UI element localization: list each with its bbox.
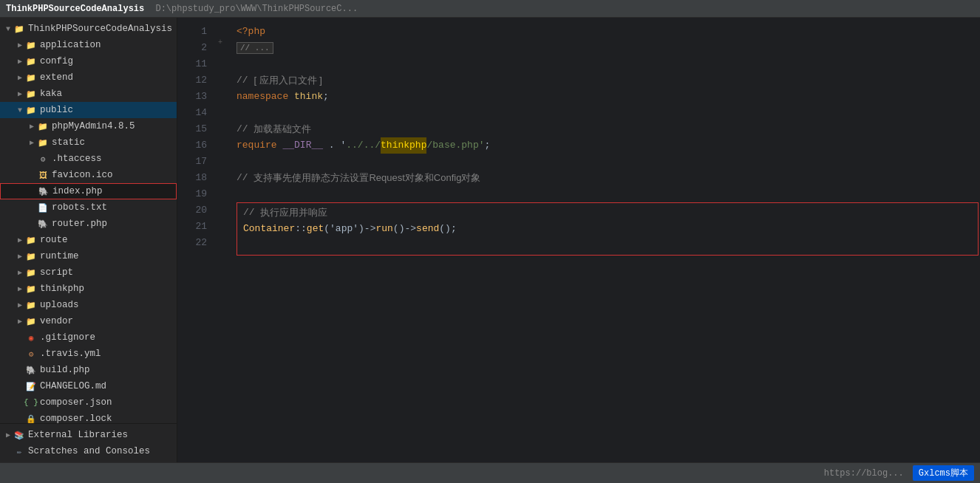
bottom-url: https://blog... (824, 468, 904, 479)
tree-item-kaka[interactable]: ▶📁kaka (0, 86, 177, 102)
tree-label-extend: extend (40, 72, 73, 83)
code-content[interactable]: <?php// ...// [ 应用入口文件 ]namespace think;… (228, 18, 980, 462)
line-number-2: 2 (177, 40, 207, 56)
tree-item-root[interactable]: ▼📁ThinkPHPSourceCodeAnalysis (0, 21, 177, 37)
fold-marker[interactable]: // ... (237, 42, 273, 54)
file-icon-public: 📁 (25, 104, 37, 116)
bottom-item-external-libs[interactable]: ▶📚External Libraries (0, 427, 177, 443)
file-icon-favicon: 🖼 (37, 169, 49, 181)
tree-arrow-config[interactable]: ▶ (15, 57, 25, 66)
tree-arrow-static[interactable]: ▶ (27, 138, 37, 147)
tree-item-travis[interactable]: ⚙.travis.yml (0, 346, 177, 362)
tree-item-script[interactable]: ▶📁script (0, 264, 177, 281)
file-tree[interactable]: ▼📁ThinkPHPSourceCodeAnalysis▶📁applicatio… (0, 18, 177, 423)
project-name: ThinkPHPSourceCodeAnalysis (6, 4, 144, 14)
code-line-20: // 执行应用并响应 (237, 205, 978, 221)
tree-arrow-script[interactable]: ▶ (15, 268, 25, 277)
tree-item-gitignore[interactable]: ◉.gitignore (0, 329, 177, 346)
tree-label-router: router.php (52, 219, 107, 229)
tree-item-vendor[interactable]: ▶📁vendor (0, 313, 177, 329)
tree-item-index-php[interactable]: 🐘index.php (0, 183, 177, 199)
token: // (237, 121, 253, 137)
tree-item-config[interactable]: ▶📁config (0, 53, 177, 69)
tree-item-router[interactable]: 🐘router.php (0, 216, 177, 232)
tree-item-htaccess[interactable]: ⚙.htaccess (0, 151, 177, 167)
bottom-icon-scratches: ✏ (13, 445, 25, 457)
tree-item-uploads[interactable]: ▶📁uploads (0, 297, 177, 313)
code-line-11 (237, 56, 980, 72)
tree-item-route[interactable]: ▶📁route (0, 232, 177, 248)
token: 加载基础文件 (253, 121, 311, 137)
tree-arrow-extend[interactable]: ▶ (15, 73, 25, 82)
code-line-14 (237, 105, 980, 121)
tree-label-composerlock: composer.lock (40, 414, 112, 423)
line-numbers: 12111213141516171819202122 (177, 18, 213, 462)
gutter-18 (213, 164, 228, 180)
tree-item-runtime[interactable]: ▶📁runtime (0, 248, 177, 264)
code-line-16: require __DIR__ . '../../thinkphp/base.p… (237, 137, 980, 154)
file-icon-static: 📁 (37, 137, 49, 148)
file-icon-robots: 📄 (37, 202, 49, 213)
token: // (237, 170, 253, 186)
tree-arrow-uploads[interactable]: ▶ (15, 301, 25, 309)
tree-label-route: route (40, 235, 68, 245)
tree-arrow-runtime[interactable]: ▶ (15, 252, 25, 261)
tree-item-buildphp[interactable]: 🐘build.php (0, 362, 177, 378)
token: think (294, 89, 323, 105)
token: ; (485, 137, 491, 154)
tree-item-phpmyadmin[interactable]: ▶📁phpMyAdmin4.8.5 (0, 118, 177, 134)
file-icon-kaka: 📁 (25, 88, 37, 100)
token: /base.php' (426, 137, 484, 154)
line-number-22: 22 (177, 235, 207, 251)
tree-arrow-phpmyadmin[interactable]: ▶ (27, 122, 37, 131)
bottom-label-external-libs: External Libraries (28, 430, 128, 440)
tree-arrow-route[interactable]: ▶ (15, 236, 25, 244)
tree-arrow-thinkphp[interactable]: ▶ (15, 284, 25, 293)
file-icon-travis: ⚙ (25, 348, 37, 360)
code-line-15: // 加载基础文件 (237, 121, 980, 137)
tree-item-robots[interactable]: 📄robots.txt (0, 199, 177, 216)
tree-arrow-vendor[interactable]: ▶ (15, 317, 25, 326)
token: 支持事先使用静态方法设置Request对象和Config对象 (253, 170, 480, 186)
tree-label-static: static (52, 137, 85, 148)
tree-item-favicon[interactable]: 🖼favicon.ico (0, 167, 177, 183)
tree-arrow-application[interactable]: ▶ (15, 41, 25, 49)
tree-item-public[interactable]: ▼📁public (0, 102, 177, 118)
token: ()-> (393, 221, 416, 237)
title-bar-text: ThinkPHPSourceCodeAnalysis D:\phpstudy_p… (6, 4, 358, 14)
file-icon-application: 📁 (25, 39, 37, 51)
tree-item-changelog[interactable]: 📝CHANGELOG.md (0, 378, 177, 394)
line-number-16: 16 (177, 137, 207, 154)
tree-label-gitignore: .gitignore (40, 332, 95, 343)
line-number-19: 19 (177, 186, 207, 202)
tree-arrow-root[interactable]: ▼ (3, 25, 13, 33)
token: require (237, 137, 282, 154)
code-line-12: // [ 应用入口文件 ] (237, 72, 980, 89)
tree-item-composerlock[interactable]: 🔒composer.lock (0, 411, 177, 423)
code-line-2: // ... (237, 40, 980, 56)
file-icon-composerlock: 🔒 (25, 413, 37, 423)
line-number-13: 13 (177, 89, 207, 105)
project-path: D:\phpstudy_pro\WWW\ThinkPHPSourceC... (155, 4, 358, 14)
file-icon-gitignore: ◉ (25, 332, 37, 343)
tree-item-application[interactable]: ▶📁application (0, 37, 177, 53)
code-line-17 (237, 154, 980, 170)
tree-label-public: public (40, 105, 73, 115)
tree-item-thinkphp[interactable]: ▶📁thinkphp (0, 281, 177, 297)
tree-item-extend[interactable]: ▶📁extend (0, 69, 177, 86)
bottom-arrow-external-libs[interactable]: ▶ (3, 431, 13, 439)
tree-label-phpmyadmin: phpMyAdmin4.8.5 (52, 121, 135, 131)
tree-item-static[interactable]: ▶📁static (0, 134, 177, 151)
tree-arrow-kaka[interactable]: ▶ (15, 89, 25, 98)
bottom-item-scratches[interactable]: ✏Scratches and Consoles (0, 443, 177, 459)
token: namespace (237, 89, 294, 105)
tree-arrow-public[interactable]: ▼ (15, 106, 25, 114)
gutter-2[interactable]: + (213, 34, 228, 50)
line-number-18: 18 (177, 170, 207, 186)
tree-label-uploads: uploads (40, 300, 79, 310)
code-line-22 (237, 237, 978, 253)
token: 执行应用并响应 (260, 205, 327, 221)
file-icon-buildphp: 🐘 (25, 364, 37, 376)
tree-item-composerjson[interactable]: { }composer.json (0, 394, 177, 411)
token: __DIR__ (282, 137, 323, 154)
